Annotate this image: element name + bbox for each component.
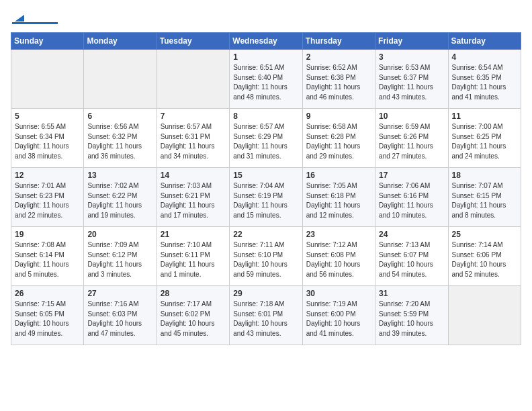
col-header-sunday: Sunday (11, 33, 84, 50)
calendar-cell: 16Sunrise: 7:05 AM Sunset: 6:18 PM Dayli… (302, 168, 375, 227)
day-info: Sunrise: 6:53 AM Sunset: 6:37 PM Dayligh… (379, 63, 444, 102)
day-info: Sunrise: 6:52 AM Sunset: 6:38 PM Dayligh… (306, 63, 371, 102)
day-info: Sunrise: 7:04 AM Sunset: 6:19 PM Dayligh… (233, 181, 298, 220)
calendar-cell: 23Sunrise: 7:12 AM Sunset: 6:08 PM Dayli… (302, 227, 375, 286)
col-header-saturday: Saturday (448, 33, 521, 50)
day-number: 26 (15, 289, 80, 298)
calendar-cell (11, 50, 84, 109)
calendar-cell: 24Sunrise: 7:13 AM Sunset: 6:07 PM Dayli… (375, 227, 448, 286)
day-number: 23 (306, 230, 371, 239)
day-number: 21 (161, 230, 226, 239)
calendar-cell: 22Sunrise: 7:11 AM Sunset: 6:10 PM Dayli… (230, 227, 302, 286)
calendar-cell: 25Sunrise: 7:14 AM Sunset: 6:06 PM Dayli… (448, 227, 521, 286)
day-number: 10 (379, 111, 444, 121)
day-info: Sunrise: 7:19 AM Sunset: 6:00 PM Dayligh… (306, 300, 371, 338)
day-info: Sunrise: 7:10 AM Sunset: 6:11 PM Dayligh… (161, 240, 226, 279)
calendar-cell: 2Sunrise: 6:52 AM Sunset: 6:38 PM Daylig… (302, 50, 375, 109)
calendar-cell: 7Sunrise: 6:57 AM Sunset: 6:31 PM Daylig… (157, 109, 229, 168)
day-number: 16 (306, 171, 371, 180)
day-number: 6 (87, 111, 152, 121)
day-info: Sunrise: 6:57 AM Sunset: 6:29 PM Dayligh… (233, 122, 298, 161)
day-number: 30 (306, 289, 371, 298)
day-number: 22 (233, 230, 298, 239)
calendar-cell: 14Sunrise: 7:03 AM Sunset: 6:21 PM Dayli… (157, 168, 229, 227)
day-info: Sunrise: 6:55 AM Sunset: 6:34 PM Dayligh… (15, 122, 80, 161)
calendar-cell: 17Sunrise: 7:06 AM Sunset: 6:16 PM Dayli… (375, 168, 448, 227)
svg-marker-0 (15, 15, 24, 21)
day-number: 11 (452, 111, 517, 121)
day-number: 20 (87, 230, 152, 239)
day-info: Sunrise: 7:11 AM Sunset: 6:10 PM Dayligh… (233, 240, 298, 279)
calendar-cell: 1Sunrise: 6:51 AM Sunset: 6:40 PM Daylig… (230, 50, 302, 109)
day-info: Sunrise: 7:13 AM Sunset: 6:07 PM Dayligh… (379, 240, 444, 279)
day-number: 17 (379, 171, 444, 180)
col-header-thursday: Thursday (302, 33, 375, 50)
calendar-cell: 10Sunrise: 6:59 AM Sunset: 6:26 PM Dayli… (375, 109, 448, 168)
day-info: Sunrise: 6:51 AM Sunset: 6:40 PM Dayligh… (233, 63, 298, 102)
day-number: 9 (306, 111, 371, 121)
day-info: Sunrise: 6:54 AM Sunset: 6:35 PM Dayligh… (452, 63, 517, 102)
calendar-cell: 11Sunrise: 7:00 AM Sunset: 6:25 PM Dayli… (448, 109, 521, 168)
calendar-cell: 13Sunrise: 7:02 AM Sunset: 6:22 PM Dayli… (84, 168, 157, 227)
day-info: Sunrise: 7:12 AM Sunset: 6:08 PM Dayligh… (306, 240, 371, 279)
day-info: Sunrise: 7:00 AM Sunset: 6:25 PM Dayligh… (452, 122, 517, 161)
day-number: 3 (379, 52, 444, 62)
day-info: Sunrise: 7:20 AM Sunset: 5:59 PM Dayligh… (379, 300, 444, 338)
day-info: Sunrise: 7:05 AM Sunset: 6:18 PM Dayligh… (306, 181, 371, 220)
day-info: Sunrise: 7:02 AM Sunset: 6:22 PM Dayligh… (87, 181, 152, 220)
day-number: 13 (87, 171, 152, 180)
calendar-cell: 31Sunrise: 7:20 AM Sunset: 5:59 PM Dayli… (375, 286, 448, 345)
day-number: 29 (233, 289, 298, 298)
calendar-cell: 3Sunrise: 6:53 AM Sunset: 6:37 PM Daylig… (375, 50, 448, 109)
day-info: Sunrise: 7:08 AM Sunset: 6:14 PM Dayligh… (15, 240, 80, 279)
col-header-tuesday: Tuesday (157, 33, 229, 50)
calendar-cell: 4Sunrise: 6:54 AM Sunset: 6:35 PM Daylig… (448, 50, 521, 109)
calendar-week-5: 26Sunrise: 7:15 AM Sunset: 6:05 PM Dayli… (11, 286, 521, 345)
calendar-week-3: 12Sunrise: 7:01 AM Sunset: 6:23 PM Dayli… (11, 168, 521, 227)
day-info: Sunrise: 7:06 AM Sunset: 6:16 PM Dayligh… (379, 181, 444, 220)
logo-icon (12, 9, 27, 24)
calendar-cell: 27Sunrise: 7:16 AM Sunset: 6:03 PM Dayli… (84, 286, 157, 345)
day-info: Sunrise: 6:56 AM Sunset: 6:32 PM Dayligh… (87, 122, 152, 161)
day-number: 4 (452, 52, 517, 62)
day-info: Sunrise: 7:01 AM Sunset: 6:23 PM Dayligh… (15, 181, 80, 220)
day-number: 1 (233, 52, 298, 62)
logo (11, 11, 58, 24)
calendar-cell (84, 50, 157, 109)
day-number: 12 (15, 171, 80, 180)
day-info: Sunrise: 7:17 AM Sunset: 6:02 PM Dayligh… (161, 300, 226, 338)
calendar-week-4: 19Sunrise: 7:08 AM Sunset: 6:14 PM Dayli… (11, 227, 521, 286)
calendar-cell: 15Sunrise: 7:04 AM Sunset: 6:19 PM Dayli… (230, 168, 302, 227)
day-number: 15 (233, 171, 298, 180)
day-number: 28 (161, 289, 226, 298)
calendar-cell: 6Sunrise: 6:56 AM Sunset: 6:32 PM Daylig… (84, 109, 157, 168)
calendar-cell: 29Sunrise: 7:18 AM Sunset: 6:01 PM Dayli… (230, 286, 302, 345)
calendar-week-2: 5Sunrise: 6:55 AM Sunset: 6:34 PM Daylig… (11, 109, 521, 168)
day-number: 8 (233, 111, 298, 121)
day-info: Sunrise: 7:09 AM Sunset: 6:12 PM Dayligh… (87, 240, 152, 279)
day-info: Sunrise: 7:16 AM Sunset: 6:03 PM Dayligh… (87, 300, 152, 338)
calendar-cell: 18Sunrise: 7:07 AM Sunset: 6:15 PM Dayli… (448, 168, 521, 227)
day-info: Sunrise: 7:07 AM Sunset: 6:15 PM Dayligh… (452, 181, 517, 220)
calendar-cell: 21Sunrise: 7:10 AM Sunset: 6:11 PM Dayli… (157, 227, 229, 286)
day-info: Sunrise: 6:58 AM Sunset: 6:28 PM Dayligh… (306, 122, 371, 161)
day-number: 7 (161, 111, 226, 121)
day-number: 25 (452, 230, 517, 239)
calendar-cell: 28Sunrise: 7:17 AM Sunset: 6:02 PM Dayli… (157, 286, 229, 345)
page-header (11, 11, 521, 24)
calendar-cell: 19Sunrise: 7:08 AM Sunset: 6:14 PM Dayli… (11, 227, 84, 286)
calendar-cell: 30Sunrise: 7:19 AM Sunset: 6:00 PM Dayli… (302, 286, 375, 345)
calendar-cell: 8Sunrise: 6:57 AM Sunset: 6:29 PM Daylig… (230, 109, 302, 168)
calendar-cell (448, 286, 521, 345)
day-number: 31 (379, 289, 444, 298)
calendar-header: SundayMondayTuesdayWednesdayThursdayFrid… (11, 33, 521, 50)
calendar-cell (157, 50, 229, 109)
day-info: Sunrise: 6:59 AM Sunset: 6:26 PM Dayligh… (379, 122, 444, 161)
calendar-cell: 26Sunrise: 7:15 AM Sunset: 6:05 PM Dayli… (11, 286, 84, 345)
day-number: 5 (15, 111, 80, 121)
calendar-week-1: 1Sunrise: 6:51 AM Sunset: 6:40 PM Daylig… (11, 50, 521, 109)
day-number: 14 (161, 171, 226, 180)
day-number: 19 (15, 230, 80, 239)
calendar-table: SundayMondayTuesdayWednesdayThursdayFrid… (11, 32, 521, 345)
calendar-cell: 12Sunrise: 7:01 AM Sunset: 6:23 PM Dayli… (11, 168, 84, 227)
